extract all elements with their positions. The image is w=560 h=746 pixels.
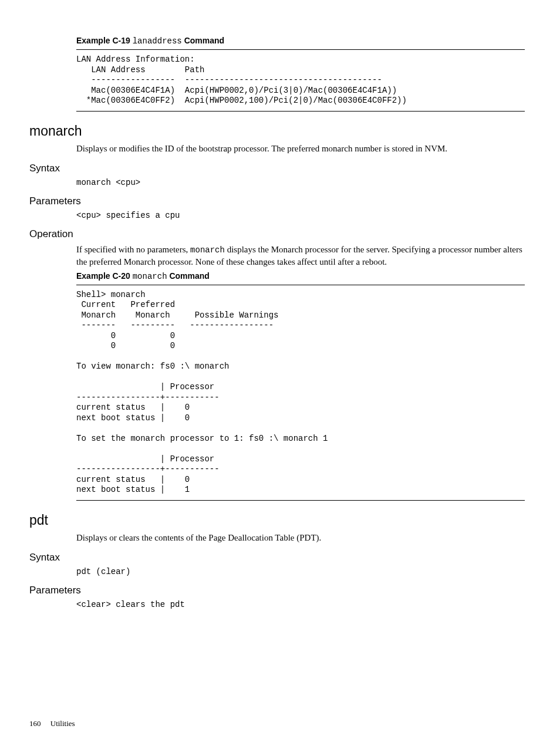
- example-c19-code: LAN Address Information: LAN Address Pat…: [76, 49, 525, 112]
- pdt-description: Displays or clears the contents of the P…: [76, 532, 525, 544]
- pdt-heading: pdt: [29, 512, 525, 528]
- monarch-description: Displays or modifies the ID of the boots…: [76, 143, 525, 154]
- page-footer: 160 Utilities: [29, 719, 75, 728]
- operation-pre: If specified with no parameters,: [76, 245, 190, 254]
- operation-code: monarch: [190, 245, 225, 255]
- example-code-word: monarch: [133, 272, 167, 281]
- monarch-syntax: monarch <cpu>: [76, 178, 525, 187]
- monarch-operation-heading: Operation: [29, 228, 525, 240]
- example-c20-code: Shell> monarch Current Preferred Monarch…: [76, 285, 525, 501]
- pdt-parameters: <clear> clears the pdt: [76, 600, 525, 609]
- example-label-prefix: Example C-20: [76, 271, 130, 281]
- monarch-heading: monarch: [29, 123, 525, 139]
- pdt-syntax: pdt (clear): [76, 567, 525, 576]
- example-label-suffix: Command: [184, 36, 224, 45]
- monarch-syntax-heading: Syntax: [29, 163, 525, 174]
- example-c20-heading: Example C-20 monarch Command: [76, 271, 525, 281]
- monarch-parameters: <cpu> specifies a cpu: [76, 211, 525, 220]
- monarch-operation-text: If specified with no parameters, monarch…: [76, 244, 525, 268]
- example-label-suffix: Command: [169, 271, 209, 281]
- page-number: 160: [29, 719, 41, 728]
- footer-spacer: [43, 719, 49, 728]
- monarch-parameters-heading: Parameters: [29, 195, 525, 207]
- example-label-prefix: Example C-19: [76, 36, 130, 45]
- pdt-parameters-heading: Parameters: [29, 585, 525, 596]
- example-code-word: lanaddress: [133, 36, 182, 46]
- footer-section: Utilities: [50, 719, 75, 728]
- pdt-syntax-heading: Syntax: [29, 552, 525, 563]
- example-c19-heading: Example C-19 lanaddress Command: [76, 36, 525, 46]
